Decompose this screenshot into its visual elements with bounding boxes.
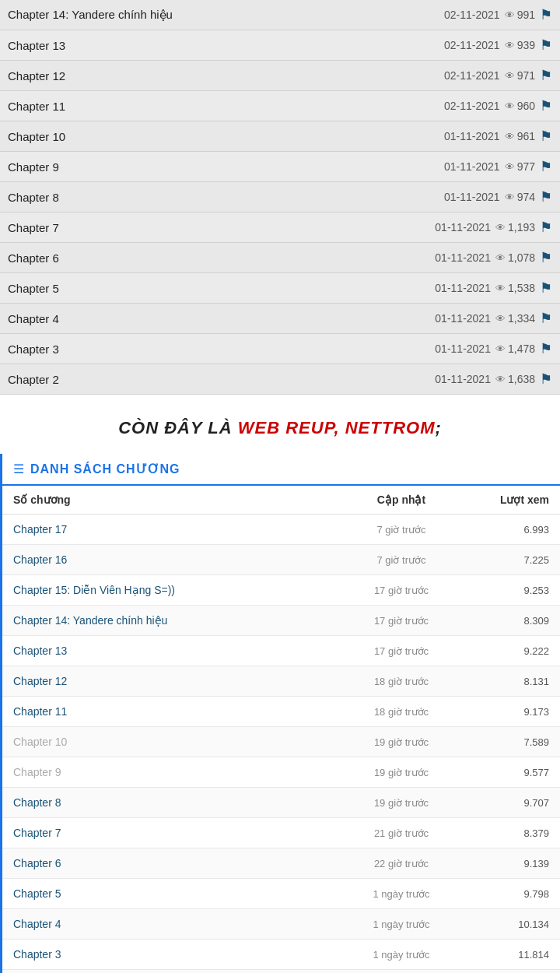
chapter-views: 11.814: [464, 949, 549, 961]
top-chapter-row[interactable]: Chapter 6 01-11-2021 👁 1,078 ⚑: [0, 243, 560, 273]
chapter-update: 22 giờ trước: [339, 858, 464, 869]
top-chapter-title: Chapter 13: [8, 39, 65, 52]
top-chapter-views: 👁 961: [505, 130, 535, 142]
chapter-views: 8.379: [464, 827, 549, 839]
bookmark-icon[interactable]: ⚑: [540, 158, 552, 175]
top-chapter-title: Chapter 12: [8, 69, 65, 83]
top-chapter-row[interactable]: Chapter 11 02-11-2021 👁 960 ⚑: [0, 91, 560, 121]
col-header-views: Lượt xem: [464, 494, 549, 506]
chapter-title: Chapter 15: Diễn Viên Hạng S=)): [13, 584, 339, 596]
chapter-views: 9.222: [464, 645, 549, 657]
chapter-row[interactable]: Chapter 16 7 giờ trước 7.225: [2, 545, 560, 575]
top-chapter-view-count: 1,193: [508, 221, 535, 234]
chapter-update: 17 giờ trước: [339, 615, 464, 627]
bookmark-icon[interactable]: ⚑: [540, 128, 552, 145]
top-chapter-date: 02-11-2021: [444, 9, 500, 21]
chapter-row[interactable]: Chapter 14: Yandere chính hiệu 17 giờ tr…: [2, 606, 560, 636]
top-chapter-row[interactable]: Chapter 12 02-11-2021 👁 971 ⚑: [0, 61, 560, 91]
top-chapter-row[interactable]: Chapter 5 01-11-2021 👁 1,538 ⚑: [0, 273, 560, 304]
top-chapter-views: 👁 991: [505, 9, 535, 21]
top-chapter-title: Chapter 14: Yandere chính hiệu: [8, 8, 173, 22]
chapter-update: 17 giờ trước: [339, 585, 464, 596]
eye-icon: 👁: [495, 283, 506, 294]
table-header: Số chương Cập nhật Lượt xem: [2, 486, 560, 515]
bookmark-icon[interactable]: ⚑: [540, 219, 552, 236]
top-chapter-meta: 01-11-2021 👁 977 ⚑: [444, 158, 552, 175]
eye-icon: 👁: [505, 40, 515, 51]
chapter-title: Chapter 7: [13, 827, 339, 839]
chapter-row[interactable]: Chapter 4 1 ngày trước 10.134: [2, 909, 560, 940]
chapter-row[interactable]: Chapter 11 18 giờ trước 9.173: [2, 697, 560, 727]
chapter-views: 9.798: [464, 888, 549, 900]
top-chapter-date: 02-11-2021: [444, 100, 500, 112]
bookmark-icon[interactable]: ⚑: [540, 279, 552, 297]
chapter-views: 9.139: [464, 858, 549, 869]
chapter-views: 9.577: [464, 767, 549, 778]
bookmark-icon[interactable]: ⚑: [540, 340, 552, 357]
chapter-row[interactable]: Chapter 10 19 giờ trước 7.589: [2, 727, 560, 757]
chapter-update: 7 giờ trước: [339, 524, 464, 536]
bookmark-icon[interactable]: ⚑: [540, 310, 552, 327]
chapter-row[interactable]: Chapter 8 19 giờ trước 9.707: [2, 788, 560, 818]
top-chapter-meta: 01-11-2021 👁 1,538 ⚑: [435, 279, 552, 297]
bookmark-icon[interactable]: ⚑: [540, 37, 552, 54]
warning-text: CÒN ĐÂY LÀ WEB REUP, NETTROM;: [8, 418, 552, 438]
top-chapter-row[interactable]: Chapter 10 01-11-2021 👁 961 ⚑: [0, 121, 560, 152]
top-chapter-row[interactable]: Chapter 14: Yandere chính hiệu 02-11-202…: [0, 0, 560, 30]
top-chapter-view-count: 961: [517, 130, 535, 142]
top-chapter-row[interactable]: Chapter 3 01-11-2021 👁 1,478 ⚑: [0, 334, 560, 364]
top-chapter-views: 👁 971: [505, 69, 535, 82]
chapter-row[interactable]: Chapter 12 18 giờ trước 8.131: [2, 666, 560, 697]
top-chapter-row[interactable]: Chapter 4 01-11-2021 👁 1,334 ⚑: [0, 304, 560, 334]
top-chapter-meta: 02-11-2021 👁 991 ⚑: [444, 6, 552, 23]
top-chapter-view-count: 1,538: [508, 282, 535, 294]
chapter-row[interactable]: Chapter 17 7 giờ trước 6.993: [2, 515, 560, 545]
bookmark-icon[interactable]: ⚑: [540, 6, 552, 23]
eye-icon: 👁: [495, 252, 506, 264]
list-icon: ☰: [13, 462, 24, 476]
bookmark-icon[interactable]: ⚑: [540, 188, 552, 205]
top-chapter-view-count: 1,334: [508, 312, 535, 325]
chapter-row[interactable]: Chapter 6 22 giờ trước 9.139: [2, 848, 560, 879]
top-chapter-row[interactable]: Chapter 9 01-11-2021 👁 977 ⚑: [0, 152, 560, 182]
top-chapter-views: 👁 977: [505, 160, 535, 173]
top-chapter-meta: 01-11-2021 👁 961 ⚑: [444, 128, 552, 145]
top-chapter-view-count: 991: [517, 9, 535, 21]
top-chapter-title: Chapter 2: [8, 373, 59, 386]
chapter-row[interactable]: Chapter 13 17 giờ trước 9.222: [2, 636, 560, 666]
bookmark-icon[interactable]: ⚑: [540, 97, 552, 114]
top-chapter-row[interactable]: Chapter 2 01-11-2021 👁 1,638 ⚑: [0, 364, 560, 395]
chapter-views: 9.253: [464, 585, 549, 596]
chapter-update: 19 giờ trước: [339, 797, 464, 809]
bookmark-icon[interactable]: ⚑: [540, 249, 552, 266]
chapter-title: Chapter 16: [13, 553, 339, 566]
chapter-row[interactable]: Chapter 5 1 ngày trước 9.798: [2, 879, 560, 909]
warning-prefix: CÒN ĐÂY LÀ: [118, 418, 238, 437]
chapter-views: 7.589: [464, 736, 549, 748]
bookmark-icon[interactable]: ⚑: [540, 67, 552, 84]
chapter-update: 17 giờ trước: [339, 645, 464, 657]
top-chapter-view-count: 974: [517, 191, 535, 203]
top-chapter-row[interactable]: Chapter 13 02-11-2021 👁 939 ⚑: [0, 30, 560, 61]
chapter-row[interactable]: Chapter 2 1 ngày trước 8.183: [2, 970, 560, 973]
top-chapter-title: Chapter 11: [8, 100, 65, 113]
bookmark-icon[interactable]: ⚑: [540, 371, 552, 388]
top-chapter-view-count: 1,638: [508, 373, 535, 385]
chapter-row[interactable]: Chapter 9 19 giờ trước 9.577: [2, 757, 560, 788]
top-chapter-views: 👁 960: [505, 100, 535, 112]
chapter-update: 7 giờ trước: [339, 554, 464, 566]
warning-section: CÒN ĐÂY LÀ WEB REUP, NETTROM;: [0, 395, 560, 454]
top-chapter-date: 01-11-2021: [435, 282, 491, 294]
chapter-title: Chapter 14: Yandere chính hiệu: [13, 614, 339, 627]
top-chapter-views: 👁 939: [505, 39, 535, 51]
chapter-row[interactable]: Chapter 3 1 ngày trước 11.814: [2, 940, 560, 970]
top-chapter-view-count: 1,478: [508, 342, 535, 355]
top-chapter-row[interactable]: Chapter 7 01-11-2021 👁 1,193 ⚑: [0, 213, 560, 243]
top-chapter-date: 02-11-2021: [444, 39, 500, 51]
chapter-update: 21 giờ trước: [339, 827, 464, 839]
top-chapter-view-count: 960: [517, 100, 535, 112]
chapter-row[interactable]: Chapter 7 21 giờ trước 8.379: [2, 818, 560, 848]
top-chapter-title: Chapter 5: [8, 282, 59, 295]
chapter-row[interactable]: Chapter 15: Diễn Viên Hạng S=)) 17 giờ t…: [2, 575, 560, 606]
top-chapter-row[interactable]: Chapter 8 01-11-2021 👁 974 ⚑: [0, 182, 560, 213]
